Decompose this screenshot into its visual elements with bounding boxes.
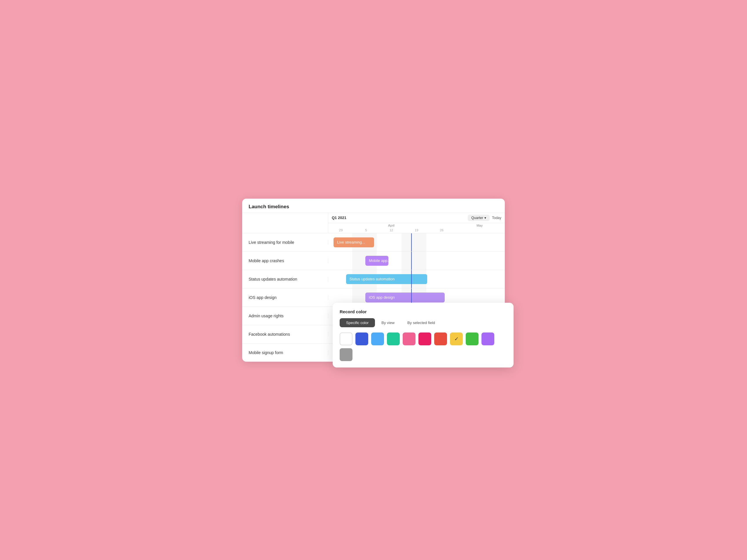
row-timeline: Mobile app... [328, 252, 505, 270]
date-12: 12 [379, 228, 404, 233]
today-line [411, 270, 412, 288]
color-swatch[interactable] [403, 332, 415, 345]
gantt-week-dates: 29 5 12 19 26 [328, 228, 505, 233]
table-row: Live streaming for mobileLive streaming.… [242, 233, 505, 252]
date-empty1 [454, 228, 480, 233]
today-line [411, 252, 412, 270]
color-swatch[interactable] [355, 332, 368, 345]
color-swatch[interactable] [387, 332, 400, 345]
color-swatch[interactable] [418, 332, 431, 345]
gantt-bar[interactable]: iOS app design [365, 293, 445, 302]
today-line [411, 233, 412, 251]
gantt-label-spacer [242, 213, 328, 233]
gantt-header-row: Q1 2021 Quarter ▾ Today April May [242, 213, 505, 233]
gantt-quarter-row: Q1 2021 Quarter ▾ Today [328, 213, 505, 223]
color-swatches: ✓ [340, 332, 507, 361]
chevron-down-icon: ▾ [484, 216, 486, 220]
row-label: iOS app design [242, 295, 328, 300]
row-label: Mobile app crashes [242, 259, 328, 263]
color-swatch[interactable] [371, 332, 384, 345]
col-shade [402, 252, 426, 270]
month-may-label: May [454, 224, 505, 228]
table-row: Mobile app crashesMobile app... [242, 252, 505, 270]
gantt-controls: Quarter ▾ Today [468, 215, 501, 221]
color-swatch[interactable] [434, 332, 447, 345]
date-19: 19 [404, 228, 429, 233]
today-button[interactable]: Today [492, 216, 501, 220]
color-popup: Record color Specific colorBy viewBy sel… [333, 303, 514, 368]
gantt-title: Launch timelines [242, 198, 505, 213]
row-label: Facebook automations [242, 332, 328, 337]
color-swatch[interactable] [340, 332, 353, 345]
gantt-timeline-header: Q1 2021 Quarter ▾ Today April May [328, 213, 505, 233]
row-label: Status updates automation [242, 277, 328, 282]
color-tabs: Specific colorBy viewBy selected field [340, 318, 507, 327]
color-swatch[interactable] [466, 332, 479, 345]
row-timeline: Status updates automation [328, 270, 505, 288]
color-tab[interactable]: By selected field [401, 318, 441, 327]
row-label: Mobile signup form [242, 350, 328, 355]
table-row: Status updates automationStatus updates … [242, 270, 505, 289]
quarter-button[interactable]: Quarter ▾ [468, 215, 490, 221]
date-empty2 [480, 228, 505, 233]
color-tab[interactable]: Specific color [340, 318, 375, 327]
date-5: 5 [353, 228, 379, 233]
gantt-bar[interactable]: Live streaming... [334, 237, 374, 247]
color-tab[interactable]: By view [375, 318, 401, 327]
date-26: 26 [429, 228, 454, 233]
gantt-bar[interactable]: Mobile app... [365, 256, 388, 266]
date-29: 29 [328, 228, 353, 233]
row-timeline: Live streaming... [328, 233, 505, 251]
quarter-label: Q1 2021 [332, 216, 346, 220]
color-swatch[interactable] [340, 348, 353, 361]
month-april-label: April [328, 224, 454, 228]
gantt-bar[interactable]: Status updates automation [346, 274, 427, 284]
color-swatch[interactable] [482, 332, 494, 345]
col-shade [402, 233, 426, 251]
color-popup-title: Record color [340, 309, 507, 314]
color-swatch[interactable]: ✓ [450, 332, 463, 345]
row-label: Admin usage rights [242, 314, 328, 318]
quarter-btn-label: Quarter [471, 216, 483, 220]
row-label: Live streaming for mobile [242, 240, 328, 245]
